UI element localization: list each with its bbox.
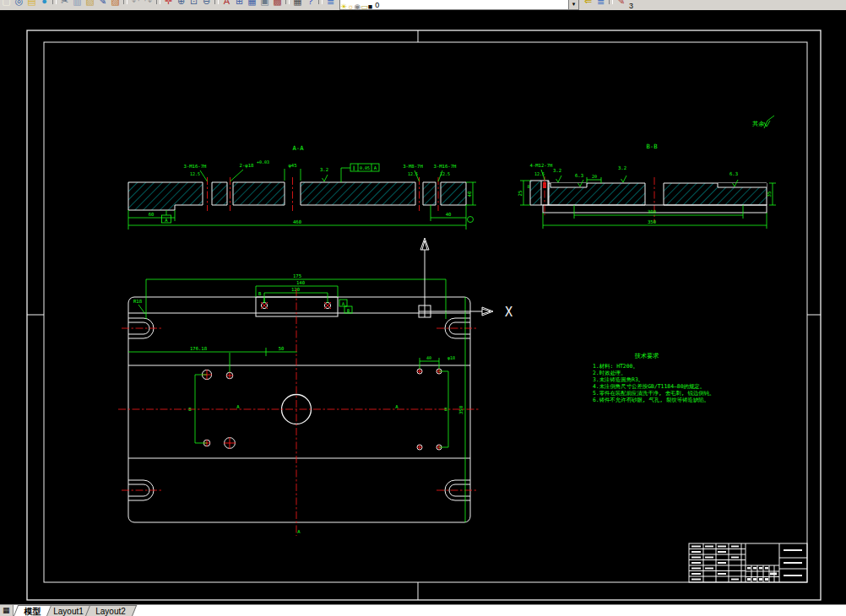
toolbar-icon-group-right: ⇐≣✎ [582, 0, 627, 10]
left-hole-group: B [188, 353, 236, 449]
copy-icon[interactable]: ▥ [71, 0, 84, 10]
section-letters: A A A [236, 404, 399, 534]
svg-text:25: 25 [518, 191, 523, 197]
toolbar-clipped-text: 3 [629, 2, 633, 10]
ole-icon[interactable]: ▩ [271, 0, 284, 10]
svg-text:40: 40 [446, 212, 452, 217]
zoom-window-icon[interactable]: ⊡ [187, 0, 200, 10]
paste-icon[interactable]: ▧ [84, 0, 96, 10]
zoom-in-icon[interactable]: ⊕ [175, 0, 187, 10]
title-block-text-marks [691, 546, 802, 581]
layer-lock-icon[interactable]: ◉ [354, 3, 361, 11]
aa-callouts: 3-M16-7H 12.5 2-φ18 +0.03 φ45 3.2 ∥ 0.05… [184, 159, 457, 182]
toolbar-divider [156, 0, 160, 4]
model-space-canvas[interactable]: A-A 3-M16-7H 12.5 2-φ18 +0.03 [0, 10, 846, 604]
svg-text:R18: R18 [133, 299, 143, 304]
svg-text:B: B [347, 308, 350, 313]
svg-text:φ45: φ45 [288, 163, 296, 169]
toolbar-divider [214, 0, 219, 4]
plan-top-dimensions: 175 140 120 R18 [133, 273, 446, 319]
bb-dimensions: 300 350 [543, 205, 767, 229]
layers-icon[interactable]: ≣ [324, 0, 337, 10]
image-icon[interactable]: ▣ [258, 0, 271, 10]
layer-color-swatch[interactable]: ■ [368, 3, 372, 11]
svg-text:A: A [395, 404, 399, 409]
svg-text:A: A [374, 165, 377, 170]
sheets-icon[interactable]: ▤ [25, 0, 38, 10]
find-text-icon[interactable]: A [220, 0, 233, 10]
toolbar-divider [609, 0, 613, 4]
svg-text:∥: ∥ [353, 165, 355, 171]
svg-text:2.时效处理。: 2.时效处理。 [593, 370, 626, 376]
svg-text:0.05: 0.05 [360, 165, 370, 170]
toolbar-divider [285, 0, 290, 4]
layer-dropdown-arrow-icon[interactable]: ▾ [568, 0, 578, 9]
layer-states-icon[interactable]: ≣ [594, 0, 607, 10]
svg-text:40: 40 [426, 355, 431, 360]
right-hole-group: 40 φ18 B [417, 355, 455, 450]
svg-text:其余: 其余 [752, 120, 764, 127]
svg-text:4.未注倒角尺寸公差按GB/T1184—80的规定。: 4.未注倒角尺寸公差按GB/T1184—80的规定。 [593, 383, 705, 390]
layer-control-dropdown[interactable]: ☀☼◉▭■ 0 ▾ [339, 0, 579, 10]
toolbar-divider [52, 0, 57, 4]
svg-text:+0.03: +0.03 [257, 159, 269, 165]
zoom-out-icon[interactable]: ⊖ [200, 0, 213, 10]
redo-icon[interactable]: ↷ [142, 0, 155, 10]
svg-text:6.铸件不允许有砂眼, 气孔, 裂纹等铸造缺陷。: 6.铸件不允许有砂眼, 气孔, 裂纹等铸造缺陷。 [593, 397, 709, 403]
section-aa-view: A-A 3-M16-7H 12.5 2-φ18 +0.03 [128, 144, 476, 230]
new-doc-icon[interactable]: ▢ [0, 0, 13, 10]
plan-view: A B B 175 140 120 R18 176.18 [118, 273, 480, 536]
cad-drawing[interactable]: A-A 3-M16-7H 12.5 2-φ18 +0.03 [0, 10, 846, 604]
properties-pencil-icon[interactable]: ✎ [615, 0, 627, 10]
layer-on-bulb-icon[interactable]: ☀ [340, 3, 347, 11]
help-icon[interactable]: ? [304, 0, 317, 10]
svg-text:350: 350 [458, 406, 464, 414]
svg-text:3.2: 3.2 [618, 165, 626, 170]
finish-note: 其余 [752, 116, 774, 128]
svg-text:35: 35 [767, 192, 772, 197]
svg-text:3.2: 3.2 [320, 167, 328, 172]
svg-text:A: A [297, 529, 301, 534]
tab-模型[interactable]: 模型 [10, 605, 51, 616]
calculator-icon[interactable]: ▦ [291, 0, 304, 10]
cells-icon[interactable]: ▦ [246, 0, 258, 10]
technical-notes: 技术要求 1.材料: HT200。 2.时效处理。 3.未注铸造圆角R3。 4.… [593, 352, 715, 403]
toolbar-icon-group: ▢◎▤●✂▥▧✎▨↶↷✛⊕⊡⊖A⊞▦▣▩▦?≣ [0, 0, 337, 10]
table-icon[interactable]: ⊞ [233, 0, 246, 10]
svg-text:A: A [236, 404, 240, 409]
binoculars-icon[interactable]: ◎ [13, 0, 25, 10]
svg-text:φ18: φ18 [447, 355, 455, 361]
svg-text:6.3: 6.3 [729, 171, 738, 176]
svg-text:175: 175 [293, 273, 301, 278]
current-layer-name: 0 [375, 1, 568, 9]
svg-text:6.3: 6.3 [575, 173, 583, 178]
svg-text:3-M16-7H: 3-M16-7H [434, 164, 457, 169]
tab-label: Layout2 [95, 606, 126, 616]
svg-text:8: 8 [527, 184, 529, 189]
svg-text:120: 120 [291, 287, 300, 292]
svg-text:140: 140 [296, 280, 305, 285]
cut-icon[interactable]: ✂ [58, 0, 71, 10]
pan-hand-icon[interactable]: ✛ [162, 0, 175, 10]
layer-plot-icon[interactable]: ▭ [361, 3, 368, 11]
toolbar-divider [123, 0, 127, 4]
svg-text:3.未注铸造圆角R3。: 3.未注铸造圆角R3。 [593, 376, 643, 383]
layer-previous-icon[interactable]: ⇐ [582, 0, 594, 10]
svg-text:3.2: 3.2 [553, 168, 561, 173]
svg-text:5.零件在装配前应清洗干净, 去毛刺, 锐边倒钝。: 5.零件在装配前应清洗干净, 去毛刺, 锐边倒钝。 [593, 390, 715, 397]
svg-text:1.材料: HT200。: 1.材料: HT200。 [593, 363, 638, 370]
layout-tab-bar: ▦ 模型Layout1Layout2 [0, 604, 846, 616]
plan-right-dimension: 350 [458, 297, 465, 522]
tab-nav-icon[interactable]: ▦ [0, 605, 14, 616]
undo-icon[interactable]: ↶ [129, 0, 142, 10]
tab-Layout2[interactable]: Layout2 [83, 605, 137, 616]
svg-text:50: 50 [279, 346, 285, 351]
title-block [689, 543, 807, 582]
globe-icon[interactable]: ● [38, 0, 51, 10]
svg-text:350: 350 [648, 219, 656, 224]
svg-text:B: B [258, 291, 262, 296]
brush-icon[interactable]: ▨ [109, 0, 122, 10]
center-bore [118, 289, 480, 536]
svg-text:A: A [342, 301, 344, 306]
pencil-icon[interactable]: ✎ [96, 0, 109, 10]
